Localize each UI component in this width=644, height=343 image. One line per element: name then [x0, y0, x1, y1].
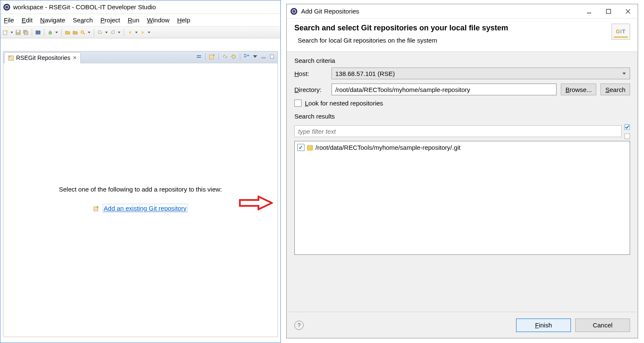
- menu-run[interactable]: Run: [128, 16, 140, 24]
- svg-marker-39: [253, 55, 257, 58]
- window-buttons: [579, 5, 638, 18]
- view-tab-rsegit-repos[interactable]: RSEGit Repositories ✕: [4, 52, 81, 63]
- repo-folder-icon: [307, 145, 313, 151]
- svg-marker-18: [101, 32, 103, 34]
- toolbar-folder-icon[interactable]: [65, 30, 70, 35]
- browse-button[interactable]: Browse...: [561, 84, 597, 95]
- toolbar-next-dropdown-icon[interactable]: [105, 31, 108, 34]
- svg-rect-41: [270, 55, 274, 58]
- toolbar-new-icon[interactable]: [3, 30, 8, 35]
- svg-point-28: [9, 56, 11, 57]
- view-link-icon[interactable]: [222, 54, 228, 59]
- view-prompt: Select one of the following to add a rep…: [59, 186, 222, 193]
- chevron-down-icon: [622, 71, 626, 76]
- nested-row: Look for nested repositories: [294, 100, 630, 107]
- toolbar-search-toggle-icon[interactable]: [80, 30, 85, 35]
- window-maximize-button[interactable]: [599, 5, 618, 18]
- svg-line-37: [246, 54, 247, 55]
- view-menu-icon[interactable]: [252, 54, 258, 59]
- filter-input[interactable]: [294, 125, 622, 137]
- view-tab-close-icon[interactable]: ✕: [73, 55, 77, 61]
- toolbar-saveall-icon[interactable]: [23, 30, 28, 35]
- toolbar-save-icon[interactable]: [16, 30, 21, 35]
- eclipse-toolbar: [0, 27, 280, 38]
- host-value: 138.68.57.101 (RSE): [335, 70, 395, 77]
- toolbar-next-annotation-icon[interactable]: [98, 30, 103, 35]
- cancel-button[interactable]: Cancel: [575, 319, 630, 332]
- view-tab-label: RSEGit Repositories: [16, 54, 70, 61]
- toolbar-forward-dropdown-icon[interactable]: [148, 31, 150, 34]
- search-button[interactable]: Search: [601, 84, 630, 95]
- svg-rect-54: [307, 146, 312, 150]
- svg-rect-17: [98, 31, 101, 33]
- svg-marker-21: [110, 32, 112, 34]
- select-all-icon[interactable]: [624, 124, 630, 130]
- menu-edit[interactable]: Edit: [22, 16, 33, 24]
- directory-input[interactable]: [332, 84, 557, 95]
- directory-row: Directory: Browse... Search: [294, 84, 630, 95]
- add-existing-repo-link[interactable]: Add an existing Git repository: [104, 205, 187, 212]
- eclipse-title: workspace - RSEGit - COBOL-IT Developer …: [13, 3, 156, 11]
- help-button[interactable]: ?: [294, 321, 304, 330]
- result-checkbox[interactable]: ✓: [297, 144, 304, 151]
- svg-point-14: [81, 31, 84, 33]
- svg-rect-36: [247, 55, 249, 56]
- window-close-button[interactable]: [618, 5, 638, 18]
- dialog-header: Search and select Git repositories on yo…: [287, 19, 638, 52]
- svg-rect-10: [36, 31, 40, 34]
- svg-rect-9: [24, 31, 28, 35]
- directory-label: Directory:: [294, 86, 327, 93]
- host-combo[interactable]: 138.68.57.101 (RSE): [332, 68, 630, 79]
- svg-marker-24: [135, 32, 138, 33]
- view-refresh-icon[interactable]: [231, 54, 236, 59]
- eclipse-menubar: File Edit Navigate Search Project Run Wi…: [0, 14, 280, 27]
- svg-marker-13: [55, 32, 58, 33]
- toolbar-prev-dropdown-icon[interactable]: [118, 31, 120, 34]
- view-maximize-icon[interactable]: [269, 54, 275, 59]
- git-badge-icon: GIT: [611, 24, 630, 40]
- svg-rect-48: [606, 9, 611, 14]
- host-label: Host:: [294, 70, 327, 77]
- svg-marker-23: [129, 31, 131, 34]
- toolbar-debug-dropdown-icon[interactable]: [55, 31, 58, 34]
- svg-marker-26: [148, 32, 150, 33]
- menu-search[interactable]: Search: [73, 16, 93, 24]
- menu-project[interactable]: Project: [101, 16, 120, 24]
- dialog-titlebar: Add Git Repositories: [287, 4, 638, 19]
- view-hierarchy-icon[interactable]: [244, 54, 250, 59]
- svg-marker-22: [118, 32, 120, 33]
- result-item[interactable]: ✓ /root/data/RECTools/myhome/sample-repo…: [297, 144, 627, 151]
- svg-marker-25: [142, 31, 144, 34]
- toolbar-back-dropdown-icon[interactable]: [135, 31, 138, 34]
- menu-window[interactable]: Window: [147, 16, 169, 24]
- deselect-all-icon[interactable]: [624, 133, 630, 139]
- arrow-annotation-icon: [239, 195, 273, 211]
- menu-help[interactable]: Help: [177, 16, 190, 24]
- view-content: Select one of the following to add a rep…: [3, 63, 278, 337]
- dialog-subheading: Search for local Git repositories on the…: [298, 37, 508, 44]
- dialog-body: Search criteria Host: 138.68.57.101 (RSE…: [287, 52, 638, 257]
- search-criteria-label: Search criteria: [294, 57, 630, 64]
- menu-file[interactable]: File: [4, 16, 14, 24]
- toolbar-debug-icon[interactable]: [48, 30, 53, 35]
- toolbar-new-dropdown-icon[interactable]: [11, 31, 13, 34]
- menu-navigate[interactable]: Navigate: [40, 16, 65, 24]
- dialog-logo-icon: [290, 8, 298, 15]
- view-minimize-icon[interactable]: [261, 54, 266, 59]
- svg-rect-53: [625, 134, 630, 139]
- toolbar-terminal-icon[interactable]: [35, 30, 41, 35]
- host-row: Host: 138.68.57.101 (RSE): [294, 68, 630, 79]
- svg-point-11: [49, 31, 52, 35]
- toolbar-search-dropdown-icon[interactable]: [88, 31, 90, 34]
- svg-rect-7: [17, 30, 19, 32]
- toolbar-forward-icon[interactable]: [140, 30, 145, 35]
- toolbar-prev-annotation-icon[interactable]: [110, 30, 115, 35]
- nested-checkbox[interactable]: [294, 100, 302, 107]
- svg-marker-51: [622, 73, 626, 75]
- toolbar-back-icon[interactable]: [128, 30, 133, 35]
- view-collapse-all-icon[interactable]: [196, 54, 202, 59]
- view-add-repo-icon[interactable]: +: [209, 54, 215, 59]
- window-minimize-button[interactable]: [579, 5, 599, 18]
- finish-button[interactable]: Finish: [516, 319, 571, 332]
- toolbar-folder2-icon[interactable]: [73, 30, 78, 35]
